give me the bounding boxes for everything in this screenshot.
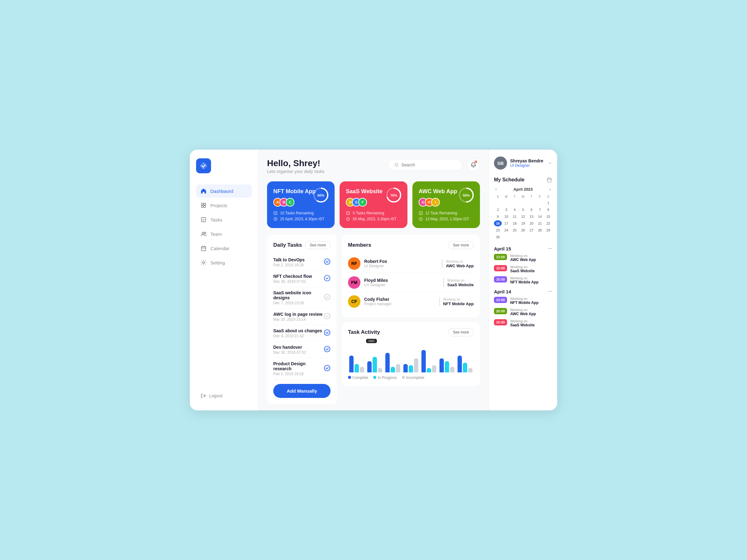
project-card-awc[interactable]: AWC Web App G H I 50% 12 Task Remaining [412, 181, 480, 228]
header-right [388, 158, 480, 171]
home-icon [201, 188, 207, 194]
bar-complete [349, 355, 354, 372]
calendar-day[interactable]: 26 [519, 227, 527, 233]
calendar-day[interactable]: 6 [527, 207, 535, 213]
calendar-prev[interactable]: ‹ [494, 186, 498, 192]
event-detail: Working on NFT Mobile App [510, 297, 538, 305]
task-check-0[interactable] [324, 258, 331, 266]
calendar-day[interactable]: 2 [494, 207, 502, 213]
calendar-day[interactable]: 18 [511, 220, 518, 226]
event-desc: Working on [510, 297, 538, 300]
sidebar-item-tasks[interactable]: Tasks [196, 213, 252, 226]
calendar-day[interactable]: 10 [503, 213, 510, 220]
nft-date-text: 25 April, 2023, 4.30pm IST [280, 217, 324, 221]
awc-card-info: 12 Task Remaining 13 May, 2023, 1.30pm I… [419, 211, 474, 221]
calendar-day[interactable]: 8 [544, 207, 552, 213]
calendar-day[interactable]: 20 [527, 220, 535, 226]
task-item: SaaS about us changes Dec 4, 2019 21:42 [273, 325, 331, 342]
calendar-day[interactable]: 15 [544, 213, 552, 220]
calendar-day[interactable]: 3 [503, 207, 510, 213]
main-header: Hello, Shrey! Lets organise your daily t… [267, 158, 480, 174]
sidebar-item-projects[interactable]: Projects [196, 199, 252, 212]
daily-tasks-see-more[interactable]: See more [305, 241, 331, 249]
task-check-3[interactable] [324, 313, 331, 321]
calendar-day[interactable]: 27 [527, 227, 535, 233]
calendar-day[interactable]: 4 [511, 207, 518, 213]
calendar-day[interactable]: 19 [519, 220, 527, 226]
calendar-day[interactable]: 24 [503, 227, 510, 233]
calendar-day[interactable]: 7 [536, 207, 544, 213]
bar-incomplete [360, 367, 364, 372]
search-bar[interactable] [388, 159, 463, 171]
calendar-day[interactable]: 22 [544, 220, 552, 226]
sidebar-item-calendar[interactable]: Calendar [196, 242, 252, 255]
calendar-day[interactable]: 13 [527, 213, 535, 220]
task-icon [273, 211, 278, 215]
schedule-event: 23:00 Working on NFT Mobile App [494, 297, 552, 305]
calendar-day[interactable]: 30 [494, 234, 502, 240]
calendar-day[interactable]: 12 [519, 213, 527, 220]
calendar-day[interactable]: 28 [536, 227, 544, 233]
clock-icon [419, 217, 423, 221]
task-check-4[interactable] [324, 329, 331, 337]
task-check-2[interactable] [324, 294, 331, 302]
calendar-day[interactable]: 5 [519, 207, 527, 213]
task-activity-header: Task Activity See more [348, 328, 474, 336]
member-item: CF Cody Fisher Project manager Working o… [348, 292, 474, 311]
calendar-day[interactable]: 25 [511, 227, 518, 233]
chevron-down-icon[interactable] [548, 161, 552, 165]
bar-group [403, 358, 418, 372]
project-card-saas[interactable]: SaaS Website D E F 70% 5 Tasks Remaining [340, 181, 407, 228]
calendar-day[interactable]: 23 [494, 227, 502, 233]
search-input[interactable] [401, 162, 456, 167]
projects-icon [201, 202, 207, 209]
legend-complete: Complete [348, 375, 368, 380]
schedule-event: 15:00 Working on SaaS Website [494, 265, 552, 273]
calendar-day[interactable]: 29 [544, 227, 552, 233]
calendar-day[interactable]: 1 [544, 200, 552, 206]
calendar-header: ‹ April 2023 › [494, 186, 552, 192]
sidebar-item-setting[interactable]: Setting [196, 256, 252, 269]
more-options-april15[interactable]: ··· [548, 246, 552, 251]
more-options-april14[interactable]: ··· [548, 289, 552, 294]
task-info: Talk to DevOps Feb 2, 2019 19:28 [273, 257, 305, 267]
member-avatar-floyd: FM [348, 276, 360, 289]
event-desc: Working on [510, 276, 538, 280]
calendar-day-header: W [519, 194, 527, 199]
main-content: Hello, Shrey! Lets organise your daily t… [258, 150, 489, 410]
logout-button[interactable]: Logout [196, 390, 252, 402]
daily-tasks-header: Daily Tasks See more [273, 241, 331, 249]
sidebar-item-dashboard[interactable]: Dashbaord [196, 185, 252, 197]
task-item: Product Design research Feb 2, 2019 19:2… [273, 358, 331, 379]
sidebar-item-team[interactable]: Team [196, 228, 252, 240]
calendar-day[interactable]: 14 [536, 213, 544, 220]
event-detail: Working on SaaS Website [510, 319, 535, 327]
member-item: RF Robert Fox UI Designer Working on AWC… [348, 254, 474, 273]
members-see-more[interactable]: See more [448, 241, 474, 249]
calendar-day[interactable]: 21 [536, 220, 544, 226]
bar-group [439, 358, 455, 372]
calendar-day[interactable]: 11 [511, 213, 518, 220]
member-project: SaaS Website [447, 283, 474, 287]
project-card-nft[interactable]: NFT Mobile App A B C 60% 10 Tasks Remain… [267, 181, 335, 228]
task-check-1[interactable] [324, 275, 331, 283]
calendar-day[interactable]: 17 [503, 220, 510, 226]
add-manually-button[interactable]: Add Manually [273, 384, 331, 398]
bar-incomplete [378, 368, 382, 372]
nft-tasks-text: 10 Tasks Remaining [280, 211, 314, 215]
member-role: UX Designer [364, 283, 439, 287]
calendar-day[interactable]: 16 [494, 220, 502, 226]
check-circle-filled-icon [324, 365, 331, 371]
bar-incomplete [414, 358, 418, 372]
task-date: Feb 2, 2019 19:28 [273, 372, 324, 376]
task-check-5[interactable] [324, 346, 331, 354]
calendar-next[interactable]: › [548, 186, 552, 192]
notification-button[interactable] [467, 158, 480, 171]
daily-tasks-title: Daily Tasks [273, 242, 302, 248]
task-check-6[interactable] [324, 365, 331, 373]
calendar-day[interactable]: 9 [494, 213, 502, 220]
event-time: 13:00 [494, 254, 507, 260]
task-activity-see-more[interactable]: See more [448, 328, 474, 336]
saas-tasks-remaining: 5 Tasks Remaining [346, 211, 401, 215]
greeting-section: Hello, Shrey! Lets organise your daily t… [267, 158, 324, 174]
